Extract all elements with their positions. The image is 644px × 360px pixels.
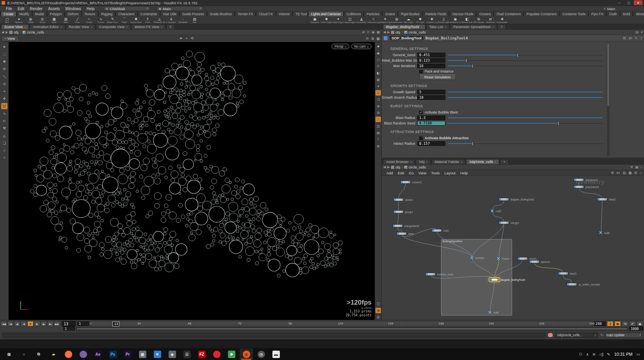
display-option-icon[interactable]: ⌂ bbox=[375, 90, 381, 96]
camera-selector[interactable]: No cam ▾ bbox=[351, 44, 372, 49]
viewport-side-tool-icon[interactable]: ✂ bbox=[1, 118, 7, 124]
stepper-icon[interactable]: ⇕ bbox=[594, 334, 596, 337]
close-tab-icon[interactable]: × bbox=[161, 26, 162, 28]
node-shape[interactable] bbox=[397, 232, 407, 235]
checkbox[interactable] bbox=[419, 70, 423, 73]
shelf-tool[interactable]: ▤ File bbox=[189, 18, 200, 23]
null-node-icon[interactable]: ✕ bbox=[599, 231, 603, 235]
desktop-right-selector[interactable]: ≡ Main bbox=[604, 7, 641, 11]
parameter-value-field[interactable]: 0.7169 bbox=[417, 121, 445, 126]
viewport-tool-icon[interactable]: ⊞ bbox=[371, 37, 374, 41]
menu-item[interactable]: Help bbox=[84, 6, 98, 11]
range-end-field[interactable]: 240 bbox=[594, 321, 606, 326]
main-selector[interactable]: ◉ Main ⇕ bbox=[157, 6, 203, 11]
playhead[interactable]: 13 bbox=[112, 321, 119, 326]
node-name-field[interactable]: Bogdan_BoilingTool4 bbox=[425, 36, 468, 40]
breadcrumb-obj[interactable]: obj bbox=[391, 165, 400, 169]
node-shape[interactable] bbox=[574, 185, 584, 188]
tray-icon[interactable]: ✎ bbox=[607, 352, 610, 356]
network-node[interactable]: ✕ Points bbox=[496, 256, 509, 261]
checkbox[interactable]: ✓ bbox=[419, 111, 423, 114]
shelf-tool[interactable]: ◬ Platonic Solids bbox=[154, 18, 165, 23]
pathbar-icon[interactable]: ⌕ bbox=[641, 165, 642, 169]
transport-button[interactable]: ■ bbox=[27, 321, 34, 326]
menu-item[interactable]: Render bbox=[27, 6, 45, 11]
parameter-slider[interactable] bbox=[448, 121, 603, 126]
close-tab-icon[interactable]: × bbox=[461, 161, 462, 163]
network-node[interactable]: ✕ null3 bbox=[490, 209, 501, 213]
forward-icon[interactable]: ▶ bbox=[387, 165, 390, 169]
pane-tab[interactable]: + bbox=[498, 24, 506, 29]
refresh-icon[interactable]: ↻ bbox=[600, 333, 603, 337]
parameter-label[interactable]: Max Iterations bbox=[382, 64, 415, 68]
slider-handle[interactable] bbox=[472, 64, 473, 68]
stepper-icon[interactable]: ⇕ bbox=[639, 333, 641, 337]
shelf-tab[interactable]: Create bbox=[1, 12, 16, 16]
shelf-tool[interactable]: ⧉ VR Camera bbox=[473, 18, 484, 23]
close-tab-icon[interactable]: × bbox=[445, 26, 446, 28]
notification-icon[interactable]: ▭ bbox=[637, 352, 640, 356]
pathbar-icon[interactable]: ▦ bbox=[377, 30, 380, 34]
network-node[interactable]: transform1 bbox=[574, 178, 598, 181]
network-node[interactable]: uv_soften_normals bbox=[567, 283, 600, 286]
minimize-button[interactable]: ─ bbox=[615, 0, 624, 5]
taskbar-app-icon[interactable]: ☰ bbox=[180, 349, 194, 360]
close-tab-icon[interactable]: × bbox=[410, 161, 412, 163]
operator-path-field[interactable]: /obj/circle_cells... ⇕ bbox=[555, 333, 598, 338]
network-node[interactable]: polyreduce1 bbox=[574, 185, 599, 188]
pane-tab[interactable]: + bbox=[166, 24, 174, 29]
viewport-side-tool-icon[interactable]: ✜ bbox=[1, 96, 7, 102]
breadcrumb-obj[interactable]: obj bbox=[391, 30, 400, 34]
key-button[interactable]: ⟲ bbox=[622, 321, 628, 326]
pane-tab[interactable]: Take List × bbox=[426, 24, 450, 29]
display-option-icon[interactable]: ∴ bbox=[375, 117, 381, 122]
pathbar-icon[interactable]: ⇄ bbox=[362, 30, 365, 34]
tray-icon[interactable]: ≋ bbox=[592, 352, 596, 356]
shelf-tool[interactable]: ◌ Metaball bbox=[177, 18, 189, 23]
back-icon[interactable]: ◀ bbox=[383, 165, 386, 169]
node-shape[interactable] bbox=[499, 221, 509, 224]
display-option-icon[interactable]: ⏣ bbox=[375, 314, 381, 320]
menu-item[interactable]: Help bbox=[458, 171, 470, 175]
menu-item[interactable]: Edit bbox=[15, 6, 27, 11]
network-editor-canvas[interactable]: BoilingAlgorithm Geometry convert1 divi bbox=[382, 176, 644, 320]
node-shape[interactable] bbox=[597, 198, 607, 201]
parameter-value-field[interactable]: 0.123 bbox=[417, 58, 445, 63]
transport-button[interactable]: ◀ bbox=[21, 321, 27, 326]
toggle-label[interactable]: Pack and Instance bbox=[425, 69, 454, 73]
display-option-icon[interactable]: ⊞ bbox=[375, 308, 381, 313]
key-button[interactable]: ⏏ bbox=[637, 321, 643, 326]
parameter-value-field[interactable]: 1.3 bbox=[417, 115, 445, 120]
transport-button[interactable]: ◀| bbox=[14, 321, 20, 326]
network-node[interactable]: convert1 bbox=[400, 181, 422, 184]
shelf-tool[interactable]: ✱ Spray Paint bbox=[130, 18, 142, 23]
shelf-tab[interactable]: Cloth bbox=[607, 12, 620, 16]
back-icon[interactable]: ◀ bbox=[2, 30, 4, 34]
taskbar-app-icon[interactable]: ✕ bbox=[151, 349, 164, 360]
network-node[interactable]: ✕ null8 bbox=[599, 231, 610, 235]
shelf-tab[interactable]: Solid bbox=[620, 12, 633, 16]
parameter-value-field[interactable]: 10 bbox=[417, 95, 445, 100]
shelf-tool[interactable]: ◉ Ambient Light bbox=[450, 18, 461, 23]
node-header-icon[interactable]: ✎ bbox=[634, 36, 637, 40]
parameter-value-field[interactable]: 0.157 bbox=[417, 141, 445, 146]
close-tab-icon[interactable]: × bbox=[421, 26, 422, 28]
menu-item[interactable]: Go bbox=[406, 171, 416, 175]
display-option-icon[interactable]: ◉ bbox=[375, 50, 381, 56]
network-node[interactable]: blast2 bbox=[597, 198, 616, 201]
shelf-tab[interactable]: Collisions bbox=[344, 12, 363, 16]
taskbar-app-icon[interactable]: Pr bbox=[121, 349, 134, 360]
node-shape[interactable] bbox=[425, 273, 436, 276]
desktop-selector[interactable]: ⊞ Chishbak ⇕ bbox=[103, 6, 150, 11]
parameter-label[interactable]: Growth Speed bbox=[382, 90, 415, 94]
viewport-side-tool-icon[interactable]: ◬ bbox=[1, 133, 7, 139]
reset-simulation-button[interactable]: Reset Simulation bbox=[419, 74, 456, 80]
pathbar-icon[interactable]: ⚿ bbox=[367, 30, 369, 34]
playback-range-bar[interactable] bbox=[76, 327, 628, 330]
taskbar-app-icon[interactable]: Ps bbox=[106, 349, 119, 360]
shelf-tab[interactable]: Rigid Bodies bbox=[398, 12, 422, 16]
shelf-tab[interactable]: Guide Brushes bbox=[207, 12, 235, 16]
taskbar-app-icon[interactable] bbox=[76, 349, 90, 360]
network-toolbar-icon[interactable]: ⊞ bbox=[634, 171, 637, 175]
network-node[interactable]: group1 bbox=[393, 210, 413, 213]
